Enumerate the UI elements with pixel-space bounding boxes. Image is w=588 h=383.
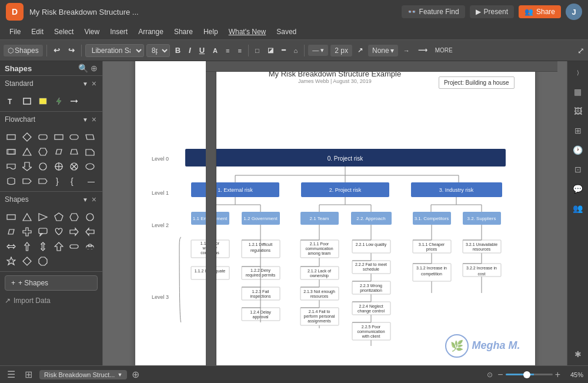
- menu-help[interactable]: Help: [199, 26, 223, 37]
- menu-whats-new[interactable]: What's New: [224, 26, 271, 37]
- fc-cross[interactable]: [52, 160, 65, 173]
- fc-brace[interactable]: {: [68, 175, 81, 188]
- fc-oblique[interactable]: [83, 131, 96, 144]
- add-shapes-icon-button[interactable]: ⊕: [91, 64, 98, 73]
- grid-view-button[interactable]: ⊞: [22, 368, 35, 381]
- s-rtri[interactable]: [36, 211, 49, 224]
- yellow-rect-shape[interactable]: [36, 95, 49, 108]
- undo-button[interactable]: ↩: [51, 44, 63, 56]
- s-heart[interactable]: [52, 225, 65, 238]
- comment-panel-button[interactable]: 💬: [570, 181, 586, 197]
- bold-button[interactable]: B: [172, 44, 183, 56]
- project-box[interactable]: Project: Building a house: [439, 76, 514, 89]
- list-view-button[interactable]: ☰: [5, 368, 18, 381]
- add-page-button[interactable]: ⊕: [132, 369, 139, 380]
- s-arr-up2[interactable]: [52, 240, 65, 253]
- s-cloud[interactable]: [83, 240, 96, 253]
- font-select[interactable]: Liberation Sans: [85, 44, 144, 57]
- menu-arrange[interactable]: Arrange: [133, 26, 168, 37]
- fc-curved[interactable]: [5, 175, 18, 188]
- fc-rounded[interactable]: [68, 131, 81, 144]
- fc-trap[interactable]: [68, 145, 81, 158]
- zoom-plus-button[interactable]: +: [555, 369, 560, 380]
- diagrams-panel-button[interactable]: ⊡: [570, 161, 586, 178]
- menu-insert[interactable]: Insert: [105, 26, 132, 37]
- s-arr-up[interactable]: [21, 240, 34, 253]
- fc-round-rect[interactable]: [36, 131, 49, 144]
- s-arr-left[interactable]: [83, 225, 96, 238]
- zoom-minus-button[interactable]: −: [497, 369, 503, 380]
- image-panel-button[interactable]: 🖼: [570, 103, 586, 119]
- format2-panel-button[interactable]: ✱: [570, 346, 586, 362]
- canvas[interactable]: My Risk Breakdown Structure Example Jame…: [135, 61, 535, 365]
- fc-diamond[interactable]: [21, 131, 34, 144]
- flowchart-section-header[interactable]: Flowchart ▼ ×: [0, 112, 102, 127]
- format-panel-button[interactable]: ▦: [570, 84, 586, 100]
- align-left-button[interactable]: ≡: [223, 45, 232, 56]
- fc-para[interactable]: [52, 145, 65, 158]
- fc-rect2[interactable]: [52, 131, 65, 144]
- fc-triangle[interactable]: [21, 145, 34, 158]
- italic-button[interactable]: I: [186, 44, 194, 56]
- waypoint-button[interactable]: ⌂: [291, 45, 301, 56]
- fullscreen-button[interactable]: ⤢: [577, 46, 584, 55]
- fc-dash[interactable]: —: [83, 175, 96, 188]
- line-style-button[interactable]: — ▾: [308, 45, 328, 56]
- flowchart-close-button[interactable]: ×: [91, 115, 98, 124]
- add-shapes-button[interactable]: + + Shapes: [5, 275, 98, 291]
- s-diamond2[interactable]: [21, 255, 34, 268]
- redo-button[interactable]: ↪: [65, 44, 78, 56]
- s-pent[interactable]: [52, 211, 65, 224]
- fc-x-circle[interactable]: [68, 160, 81, 173]
- line-end-button[interactable]: ↗: [355, 45, 366, 56]
- menu-edit[interactable]: Edit: [26, 26, 48, 37]
- shape-style-button[interactable]: □: [252, 45, 262, 56]
- s-star[interactable]: [5, 255, 18, 268]
- arrow-style-button[interactable]: →: [400, 45, 413, 56]
- right-arrow-button[interactable]: ⟩: [570, 64, 586, 81]
- present-button[interactable]: ▶ Present: [470, 5, 514, 18]
- menu-share[interactable]: Share: [169, 26, 198, 37]
- align-center-button[interactable]: ≡: [235, 45, 244, 56]
- underline-button[interactable]: U: [196, 44, 208, 56]
- s-pill[interactable]: [68, 240, 81, 253]
- s-arr-double-v[interactable]: [36, 240, 49, 253]
- line-width-button[interactable]: 2 px: [330, 45, 352, 56]
- line-color-button[interactable]: ━: [279, 45, 289, 56]
- fc-circle[interactable]: [36, 160, 49, 173]
- s-oct[interactable]: [36, 255, 49, 268]
- zoom-slider[interactable]: [506, 374, 553, 375]
- s-arr-double-h[interactable]: [5, 240, 18, 253]
- font-color-button[interactable]: A: [210, 45, 220, 56]
- menu-saved[interactable]: Saved: [272, 26, 301, 37]
- standard-close-button[interactable]: ×: [91, 79, 98, 88]
- shapes2-close-button[interactable]: ×: [91, 195, 98, 204]
- layers-panel-button[interactable]: ⊞: [570, 122, 586, 139]
- fit-view-button[interactable]: ⊙: [485, 369, 495, 380]
- share-button[interactable]: 👥 Share: [519, 5, 561, 18]
- fc-rect[interactable]: [5, 131, 18, 144]
- fill-color-button[interactable]: ◪: [265, 45, 276, 56]
- shapes-panel-button[interactable]: ⬡ Shapes: [4, 45, 43, 56]
- menu-view[interactable]: View: [79, 26, 104, 37]
- share-panel-button[interactable]: 👥: [570, 200, 586, 217]
- s-arrow-right[interactable]: [68, 225, 81, 238]
- history-panel-button[interactable]: 🕐: [570, 142, 586, 158]
- s-para2[interactable]: [5, 225, 18, 238]
- menu-select[interactable]: Select: [49, 26, 78, 37]
- standard-section-header[interactable]: Standard ▼ ×: [0, 76, 102, 91]
- import-data-button[interactable]: ↗ Import Data: [5, 297, 98, 305]
- fc-hex[interactable]: [36, 145, 49, 158]
- s-tri[interactable]: [21, 211, 34, 224]
- s-circ2[interactable]: [83, 211, 96, 224]
- fc-doc[interactable]: [5, 160, 18, 173]
- s-callout[interactable]: [36, 225, 49, 238]
- s-rect[interactable]: [5, 211, 18, 224]
- fc-bracket[interactable]: }: [52, 175, 65, 188]
- fc-arrow-down[interactable]: [21, 160, 34, 173]
- fc-tag[interactable]: [36, 175, 49, 188]
- more-button[interactable]: MORE: [433, 46, 455, 55]
- fc-chevron-right[interactable]: [21, 175, 34, 188]
- page-tab[interactable]: Risk Breakdown Struct... ▼: [39, 370, 127, 379]
- s-plus[interactable]: [21, 225, 34, 238]
